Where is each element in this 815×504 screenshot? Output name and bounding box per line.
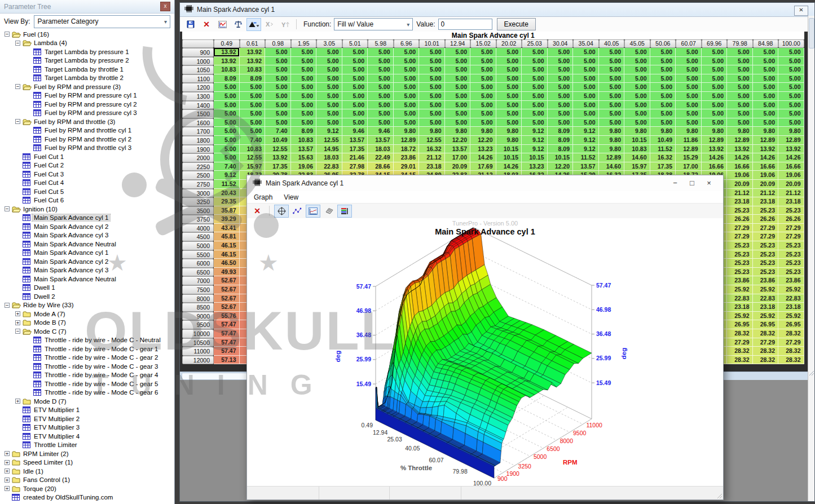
map-cell[interactable]: 20.09 xyxy=(778,180,804,189)
map-cell[interactable]: 35.87 xyxy=(214,206,240,215)
plot-area[interactable]: 15.4915.4925.9925.9936.4836.4846.9846.98… xyxy=(247,218,723,487)
map-cell[interactable]: 5.00 xyxy=(599,74,625,83)
map-cell[interactable]: 5.00 xyxy=(368,101,394,110)
close-icon[interactable]: x xyxy=(160,2,170,11)
row-header[interactable]: 5500 xyxy=(182,250,214,259)
map-cell[interactable]: 5.00 xyxy=(214,145,240,154)
map-cell[interactable]: 23.18 xyxy=(778,197,804,206)
map-cell[interactable]: 26.26 xyxy=(753,215,779,224)
map-cell[interactable]: 5.00 xyxy=(778,101,804,110)
collapse-icon[interactable]: − xyxy=(5,32,10,37)
map-cell[interactable]: 5.00 xyxy=(599,118,625,127)
tree-item[interactable]: −Mode C (7) xyxy=(0,327,174,336)
map-cell[interactable]: 5.00 xyxy=(214,136,240,145)
map-cell[interactable]: 9.12 xyxy=(522,136,548,145)
map-cell[interactable]: 26.95 xyxy=(753,320,779,329)
row-header[interactable]: 1700 xyxy=(182,127,214,136)
map-cell[interactable]: 13.23 xyxy=(522,162,548,171)
tree-item[interactable]: Throttle - ride by wire - Mode C - gear … xyxy=(0,344,174,353)
tree-item[interactable]: +Mode D (7) xyxy=(0,397,174,406)
map-cell[interactable]: 5.00 xyxy=(702,83,728,92)
map-cell[interactable]: 5.00 xyxy=(445,74,471,83)
tree-item[interactable]: Fuel by RPM and pressure cyl 2 xyxy=(0,100,174,109)
map-cell[interactable]: 25.23 xyxy=(727,268,753,277)
map-cell[interactable]: 5.00 xyxy=(368,83,394,92)
scrollbar-thumb[interactable] xyxy=(809,18,814,48)
map-cell[interactable]: 5.00 xyxy=(240,118,266,127)
tree-item[interactable]: +Fans Control (1) xyxy=(0,476,174,485)
map-cell[interactable]: 8.09 xyxy=(291,127,317,136)
map-cell[interactable]: 5.00 xyxy=(624,92,650,101)
row-header[interactable]: 1800 xyxy=(182,136,214,145)
map-cell[interactable]: 5.00 xyxy=(394,83,420,92)
map-cell[interactable]: 5.00 xyxy=(522,109,548,118)
map-cell[interactable]: 27.29 xyxy=(753,224,779,233)
col-header[interactable]: 100.00 xyxy=(778,39,804,48)
map-cell[interactable]: 15.97 xyxy=(624,162,650,171)
map-cell[interactable]: 5.00 xyxy=(522,101,548,110)
col-header[interactable]: 25.03 xyxy=(522,39,548,48)
map-cell[interactable]: 5.00 xyxy=(470,118,496,127)
map-cell[interactable]: 5.00 xyxy=(291,74,317,83)
tree-item[interactable]: Fuel Cut 2 xyxy=(0,161,174,170)
map-cell[interactable]: 10.15 xyxy=(624,136,650,145)
tree-item[interactable]: +Mode B (7) xyxy=(0,319,174,328)
map-cell[interactable]: 21.12 xyxy=(778,189,804,198)
map-cell[interactable]: 5.00 xyxy=(265,92,291,101)
map-cell[interactable]: 14.26 xyxy=(753,153,779,162)
map-cell[interactable]: 25.23 xyxy=(727,259,753,268)
row-header[interactable]: 1050 xyxy=(182,65,214,74)
map-cell[interactable]: 57.47 xyxy=(214,347,240,356)
map-cell[interactable]: 22.83 xyxy=(727,294,753,303)
map-cell[interactable]: 5.00 xyxy=(368,65,394,74)
map-cell[interactable]: 9.12 xyxy=(522,145,548,154)
col-header[interactable]: 0.49 xyxy=(214,39,240,48)
map-cell[interactable]: 12.89 xyxy=(676,145,702,154)
col-header[interactable]: 15.02 xyxy=(470,39,496,48)
map-cell[interactable]: 13.92 xyxy=(702,145,728,154)
map-cell[interactable]: 5.00 xyxy=(214,127,240,136)
map-cell[interactable]: 23.18 xyxy=(419,162,445,171)
map-cell[interactable]: 16.32 xyxy=(650,153,676,162)
map-cell[interactable]: 5.00 xyxy=(727,65,753,74)
map-cell[interactable]: 5.00 xyxy=(316,57,342,66)
tree-item[interactable]: Main Spark Advance cyl 3 xyxy=(0,266,174,275)
map-cell[interactable]: 9.80 xyxy=(419,127,445,136)
map-cell[interactable]: 5.00 xyxy=(624,109,650,118)
map-cell[interactable]: 5.00 xyxy=(470,109,496,118)
map-cell[interactable]: 7.40 xyxy=(265,127,291,136)
expand-icon[interactable]: + xyxy=(15,320,20,325)
map-cell[interactable]: 5.00 xyxy=(470,65,496,74)
map-cell[interactable]: 57.47 xyxy=(214,329,240,338)
map-cell[interactable]: 5.00 xyxy=(599,109,625,118)
map-cell[interactable]: 23.86 xyxy=(753,276,779,285)
tree-item[interactable]: Throttle - ride by wire - Mode C - gear … xyxy=(0,388,174,397)
tree-item[interactable]: created by OldSkullTuning.com xyxy=(0,493,174,502)
map-cell[interactable]: 28.32 xyxy=(753,356,779,365)
map-cell[interactable]: 5.00 xyxy=(240,83,266,92)
map-cell[interactable]: 5.00 xyxy=(753,118,779,127)
map-cell[interactable]: 27.29 xyxy=(753,338,779,347)
map-cell[interactable]: 28.32 xyxy=(727,356,753,365)
row-header[interactable]: 3750 xyxy=(182,215,214,224)
map-cell[interactable]: 25.23 xyxy=(753,250,779,259)
col-header[interactable]: 50.06 xyxy=(650,39,676,48)
map-cell[interactable]: 5.00 xyxy=(496,57,522,66)
map-cell[interactable]: 5.00 xyxy=(650,92,676,101)
map-cell[interactable]: 13.92 xyxy=(727,145,753,154)
map-cell[interactable]: 12.20 xyxy=(548,162,574,171)
map-cell[interactable]: 5.00 xyxy=(573,48,599,57)
map-cell[interactable]: 5.00 xyxy=(419,118,445,127)
map-cell[interactable]: 13.92 xyxy=(778,145,804,154)
map-cell[interactable]: 26.95 xyxy=(778,320,804,329)
row-header[interactable]: 8000 xyxy=(182,294,214,303)
map-cell[interactable]: 21.12 xyxy=(727,189,753,198)
col-header[interactable]: 1.95 xyxy=(291,39,317,48)
map-cell[interactable]: 5.00 xyxy=(445,101,471,110)
map-cell[interactable]: 23.86 xyxy=(778,276,804,285)
map-cell[interactable]: 5.00 xyxy=(599,83,625,92)
map-cell[interactable]: 5.00 xyxy=(316,83,342,92)
map-cell[interactable]: 5.00 xyxy=(291,101,317,110)
map-cell[interactable]: 5.00 xyxy=(470,57,496,66)
map-cell[interactable]: 12.55 xyxy=(419,136,445,145)
